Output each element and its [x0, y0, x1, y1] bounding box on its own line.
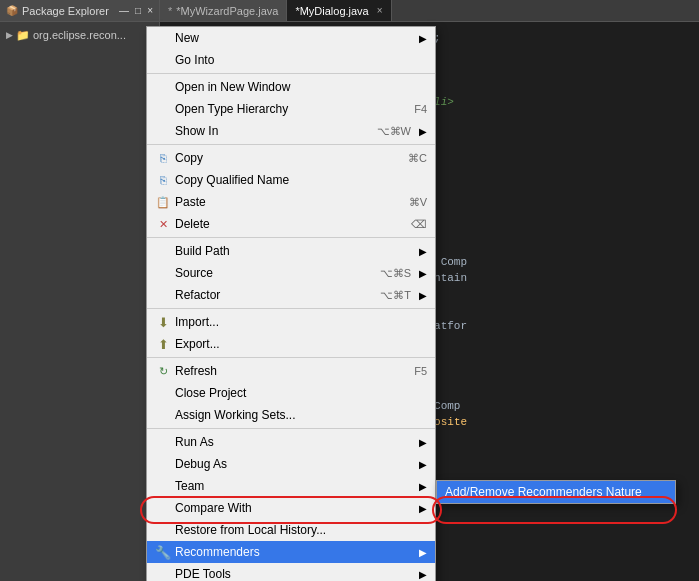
sidebar-title: Package Explorer [22, 5, 113, 17]
menu-item-recommenders[interactable]: 🔧 Recommenders ▶ [147, 541, 435, 563]
menu-item-refactor-label: Refactor [175, 288, 360, 302]
submenu-item-add-remove-nature[interactable]: Add/Remove Recommenders Nature [437, 481, 675, 503]
menu-item-close-project[interactable]: Close Project [147, 382, 435, 404]
type-hierarchy-icon [155, 101, 171, 117]
sidebar-maximize-icon[interactable]: □ [135, 5, 141, 16]
tab-wizard[interactable]: * *MyWizardPage.java [160, 0, 287, 21]
working-sets-icon [155, 407, 171, 423]
restore-icon [155, 522, 171, 538]
menu-item-go-into[interactable]: Go Into [147, 49, 435, 71]
context-menu: New ▶ Go Into Open in New Window Open Ty… [146, 26, 436, 581]
menu-item-refresh-label: Refresh [175, 364, 394, 378]
menu-item-compare-with-label: Compare With [175, 501, 411, 515]
run-as-icon [155, 434, 171, 450]
compare-with-arrow: ▶ [419, 503, 427, 514]
paste-icon: 📋 [155, 194, 171, 210]
refactor-shortcut: ⌥⌘T [380, 289, 411, 302]
sidebar-tree: ▶ 📁 org.eclipse.recon... [0, 22, 159, 48]
menu-item-new-label: New [175, 31, 411, 45]
menu-item-build-path[interactable]: Build Path ▶ [147, 240, 435, 262]
menu-item-copy-label: Copy [175, 151, 388, 165]
menu-item-paste[interactable]: 📋 Paste ⌘V [147, 191, 435, 213]
pde-tools-arrow: ▶ [419, 569, 427, 580]
menu-item-restore-local-label: Restore from Local History... [175, 523, 427, 537]
team-icon [155, 478, 171, 494]
sidebar-item-project[interactable]: ▶ 📁 org.eclipse.recon... [2, 26, 157, 44]
sidebar-close-icon[interactable]: × [147, 5, 153, 16]
menu-item-team[interactable]: Team ▶ [147, 475, 435, 497]
delete-shortcut: ⌫ [411, 218, 427, 231]
recommenders-arrow: ▶ [419, 547, 427, 558]
menu-item-source-label: Source [175, 266, 360, 280]
build-path-arrow: ▶ [419, 246, 427, 257]
tab-close-icon[interactable]: × [377, 5, 383, 16]
sidebar-minimize-icon[interactable]: — [119, 5, 129, 16]
menu-item-paste-label: Paste [175, 195, 389, 209]
menu-item-copy-qualified[interactable]: ⎘ Copy Qualified Name [147, 169, 435, 191]
menu-item-import[interactable]: ⬇ Import... [147, 311, 435, 333]
menu-item-copy-qualified-label: Copy Qualified Name [175, 173, 427, 187]
source-icon [155, 265, 171, 281]
project-label: org.eclipse.recon... [33, 29, 126, 41]
go-into-icon [155, 52, 171, 68]
menu-item-source[interactable]: Source ⌥⌘S ▶ [147, 262, 435, 284]
menu-item-assign-working-sets[interactable]: Assign Working Sets... [147, 404, 435, 426]
close-project-icon [155, 385, 171, 401]
project-icon: 📁 [16, 29, 30, 42]
menu-item-pde-tools-label: PDE Tools [175, 567, 411, 581]
refactor-arrow: ▶ [419, 290, 427, 301]
menu-item-export[interactable]: ⬆ Export... [147, 333, 435, 355]
build-path-icon [155, 243, 171, 259]
separator-5 [147, 357, 435, 358]
copy-icon: ⎘ [155, 150, 171, 166]
tab-wizard-dirty: * [168, 5, 172, 17]
menu-item-export-label: Export... [175, 337, 427, 351]
new-icon [155, 30, 171, 46]
menu-item-open-type-hierarchy[interactable]: Open Type Hierarchy F4 [147, 98, 435, 120]
menu-item-refresh[interactable]: ↻ Refresh F5 [147, 360, 435, 382]
show-in-shortcut: ⌥⌘W [377, 125, 411, 138]
refresh-shortcut: F5 [414, 365, 427, 377]
separator-2 [147, 144, 435, 145]
tab-dialog-label: *MyDialog.java [295, 5, 368, 17]
add-remove-nature-label: Add/Remove Recommenders Nature [445, 485, 642, 499]
run-as-arrow: ▶ [419, 437, 427, 448]
tab-bar: * *MyWizardPage.java *MyDialog.java × [160, 0, 699, 22]
refresh-icon: ↻ [155, 363, 171, 379]
open-window-icon [155, 79, 171, 95]
debug-as-arrow: ▶ [419, 459, 427, 470]
menu-item-copy[interactable]: ⎘ Copy ⌘C [147, 147, 435, 169]
menu-item-delete[interactable]: ✕ Delete ⌫ [147, 213, 435, 235]
separator-6 [147, 428, 435, 429]
menu-item-new[interactable]: New ▶ [147, 27, 435, 49]
menu-item-open-new-window[interactable]: Open in New Window [147, 76, 435, 98]
copy-shortcut: ⌘C [408, 152, 427, 165]
open-type-hierarchy-shortcut: F4 [414, 103, 427, 115]
pde-tools-icon [155, 566, 171, 581]
separator-4 [147, 308, 435, 309]
show-in-arrow: ▶ [419, 126, 427, 137]
menu-item-debug-as[interactable]: Debug As ▶ [147, 453, 435, 475]
package-explorer-panel: 📦 Package Explorer — □ × ▶ 📁 org.eclipse… [0, 0, 160, 581]
tab-dialog[interactable]: *MyDialog.java × [287, 0, 391, 21]
sidebar-icon: 📦 [6, 5, 18, 16]
sidebar-title-bar: 📦 Package Explorer — □ × [0, 0, 159, 22]
delete-icon: ✕ [155, 216, 171, 232]
debug-as-icon [155, 456, 171, 472]
menu-item-show-in[interactable]: Show In ⌥⌘W ▶ [147, 120, 435, 142]
import-icon: ⬇ [155, 314, 171, 330]
menu-item-debug-as-label: Debug As [175, 457, 411, 471]
menu-item-restore-local[interactable]: Restore from Local History... [147, 519, 435, 541]
menu-item-build-path-label: Build Path [175, 244, 411, 258]
menu-item-refactor[interactable]: Refactor ⌥⌘T ▶ [147, 284, 435, 306]
menu-item-close-project-label: Close Project [175, 386, 427, 400]
export-icon: ⬆ [155, 336, 171, 352]
menu-item-run-as[interactable]: Run As ▶ [147, 431, 435, 453]
menu-item-run-as-label: Run As [175, 435, 411, 449]
menu-item-delete-label: Delete [175, 217, 391, 231]
new-submenu-arrow: ▶ [419, 33, 427, 44]
menu-item-pde-tools[interactable]: PDE Tools ▶ [147, 563, 435, 581]
show-in-icon [155, 123, 171, 139]
menu-item-compare-with[interactable]: Compare With ▶ [147, 497, 435, 519]
recommenders-submenu: Add/Remove Recommenders Nature [436, 480, 676, 504]
